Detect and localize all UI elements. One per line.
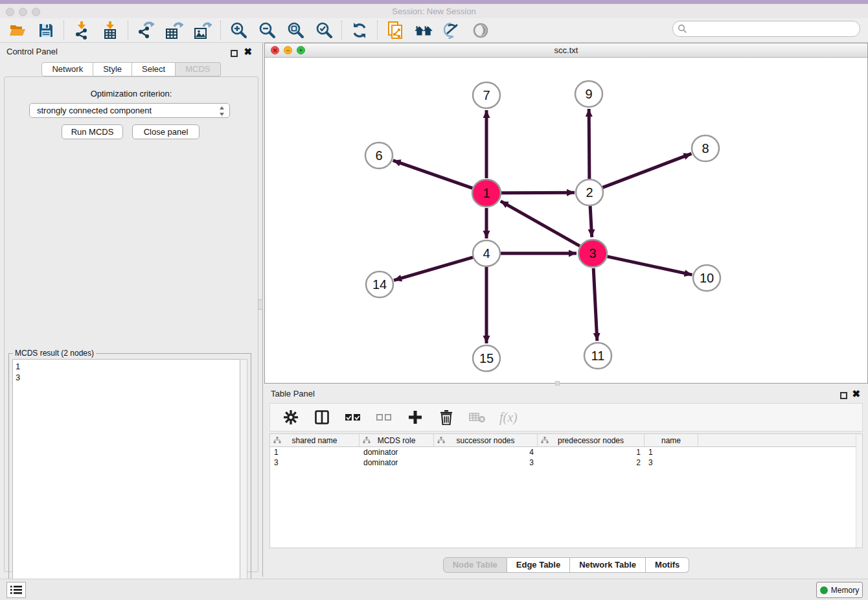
graph-node-2[interactable]: 2 — [576, 179, 603, 205]
delete-column-icon[interactable] — [468, 408, 486, 426]
svg-text:2: 2 — [586, 185, 593, 200]
optimization-criterion-label: Optimization criterion: — [5, 89, 258, 98]
graph-edge-1-2[interactable] — [501, 192, 575, 193]
column-pane-icon[interactable] — [313, 408, 331, 426]
column-header-shared-name[interactable]: shared name — [270, 434, 360, 446]
graph-edge-2-9[interactable] — [589, 109, 589, 179]
graph-node-11[interactable]: 11 — [584, 343, 611, 369]
node-table[interactable]: shared nameMCDS rolesuccessor nodesprede… — [269, 433, 863, 548]
horizontal-splitter-grip[interactable] — [555, 381, 560, 386]
tab-mcds[interactable]: MCDS — [176, 62, 220, 76]
graph-node-3[interactable]: 3 — [578, 240, 607, 267]
close-panel-icon[interactable]: ✖ — [244, 48, 252, 55]
criterion-dropdown[interactable]: strongly connected component — [29, 103, 230, 118]
task-history-button[interactable] — [6, 582, 26, 598]
export-image-icon[interactable] — [194, 21, 212, 40]
mcds-result-groupbox: MCDS result (2 nodes) 1 3 — [8, 353, 251, 600]
graph-edge-4-14[interactable] — [394, 257, 474, 281]
graph-node-10[interactable]: 10 — [693, 265, 720, 291]
vertical-splitter-grip[interactable] — [258, 299, 263, 310]
column-header-name[interactable]: name — [645, 434, 698, 446]
zoom-fit-icon[interactable] — [286, 21, 304, 40]
table-cell[interactable]: 3 — [434, 458, 538, 467]
table-panel-title: Table Panel — [271, 389, 315, 398]
zoom-in-icon[interactable] — [229, 21, 247, 40]
graph-edge-2-8[interactable] — [602, 154, 692, 187]
column-header-predecessor-nodes[interactable]: predecessor nodes — [538, 434, 645, 446]
mcds-result-text[interactable]: 1 3 — [12, 359, 240, 597]
graph-node-1[interactable]: 1 — [472, 179, 501, 207]
run-mcds-button[interactable]: Run MCDS — [62, 124, 123, 139]
graph-node-15[interactable]: 15 — [473, 345, 500, 371]
table-cell[interactable]: dominator — [360, 458, 434, 467]
add-column-icon[interactable] — [406, 408, 424, 426]
float-panel-icon[interactable] — [231, 48, 238, 60]
table-row[interactable]: 3dominator323 — [270, 457, 862, 468]
import-network-icon[interactable] — [73, 21, 91, 40]
export-network-icon[interactable] — [137, 21, 155, 40]
select-all-icon[interactable] — [344, 408, 362, 426]
graph-node-6[interactable]: 6 — [365, 143, 393, 168]
table-scrollbar[interactable] — [856, 434, 862, 548]
list-icon — [10, 585, 22, 595]
zoom-selected-icon[interactable] — [315, 21, 333, 40]
graph-node-9[interactable]: 9 — [575, 81, 602, 107]
graph-edge-3-10[interactable] — [607, 257, 692, 275]
table-cell[interactable]: 1 — [538, 448, 645, 457]
table-cell[interactable]: 1 — [270, 448, 360, 457]
deselect-all-icon[interactable] — [375, 408, 393, 426]
tab-network[interactable]: Network — [41, 62, 93, 76]
svg-text:7: 7 — [483, 88, 490, 102]
tab-network-table[interactable]: Network Table — [570, 557, 646, 573]
table-cell[interactable]: 2 — [538, 458, 645, 467]
refresh-icon[interactable] — [350, 21, 369, 40]
window-title: Session: New Session — [0, 6, 868, 16]
eye-icon[interactable] — [472, 21, 490, 40]
column-header-successor-nodes[interactable]: successor nodes — [434, 434, 538, 446]
home-icon[interactable] — [415, 21, 433, 40]
hide-tips-icon[interactable] — [443, 21, 461, 40]
graph-node-8[interactable]: 8 — [692, 135, 719, 161]
close-table-panel-icon[interactable]: ✖ — [852, 390, 860, 397]
graph-edge-2-3[interactable] — [590, 206, 592, 237]
open-session-icon[interactable] — [8, 21, 27, 40]
svg-text:11: 11 — [591, 349, 605, 363]
zoom-out-icon[interactable] — [258, 21, 276, 40]
tab-style[interactable]: Style — [93, 62, 132, 76]
svg-text:1: 1 — [483, 186, 490, 200]
gear-icon[interactable] — [282, 408, 300, 426]
mcds-result-scrollbar[interactable] — [240, 359, 247, 597]
float-table-panel-icon[interactable] — [840, 390, 847, 402]
close-panel-button[interactable]: Close panel — [132, 124, 200, 139]
table-cell[interactable]: 3 — [270, 458, 360, 467]
search-icon — [678, 24, 687, 34]
graph-node-14[interactable]: 14 — [366, 271, 393, 297]
tab-edge-table[interactable]: Edge Table — [507, 557, 570, 573]
import-table-icon[interactable] — [101, 21, 119, 40]
graph-edge-3-1[interactable] — [501, 201, 580, 246]
table-cell[interactable]: dominator — [360, 448, 434, 457]
search-input[interactable] — [672, 21, 860, 37]
graph-edge-1-6[interactable] — [393, 161, 473, 189]
network-canvas[interactable]: 7968124314101511 — [265, 58, 867, 383]
graph-edge-3-11[interactable] — [593, 268, 597, 341]
column-header-MCDS-role[interactable]: MCDS role — [360, 434, 434, 446]
graph-node-4[interactable]: 4 — [473, 240, 500, 266]
delete-icon[interactable] — [437, 408, 455, 426]
save-session-icon[interactable] — [37, 21, 55, 40]
tab-select[interactable]: Select — [132, 62, 176, 76]
tab-node-table[interactable]: Node Table — [443, 557, 507, 573]
titlebar: Session: New Session — [0, 4, 868, 18]
duplicate-network-icon[interactable] — [386, 21, 404, 40]
memory-button[interactable]: Memory — [816, 582, 863, 598]
export-table-icon[interactable] — [165, 21, 183, 40]
graph-node-7[interactable]: 7 — [473, 82, 500, 108]
table-cell[interactable]: 1 — [645, 448, 698, 457]
table-cell[interactable]: 3 — [645, 458, 698, 467]
mcds-result-title: MCDS result (2 nodes) — [13, 349, 96, 358]
table-row[interactable]: 1dominator411 — [270, 447, 862, 457]
network-window-titlebar[interactable]: ✕ − + scc.txt — [265, 43, 867, 58]
table-cell[interactable]: 4 — [434, 448, 538, 457]
function-builder-icon[interactable]: f(x) — [499, 410, 518, 425]
tab-motifs[interactable]: Motifs — [646, 557, 689, 573]
